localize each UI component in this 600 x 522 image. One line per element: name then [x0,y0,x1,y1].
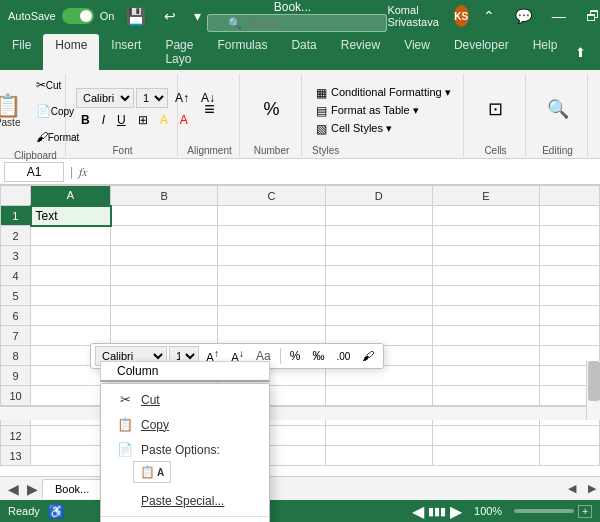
col-header-a[interactable]: A [31,186,111,206]
tab-insert[interactable]: Insert [99,34,153,70]
title-bar-center: Book... [207,0,387,32]
italic-button[interactable]: I [97,110,110,130]
cell-styles-button[interactable]: ▧ Cell Styles ▾ [312,121,455,137]
cm-cut[interactable]: ✂ Cut [101,387,269,412]
copy-cm-icon: 📋 [117,417,133,432]
table-row: 1 Text [1,206,600,226]
font-label: Font [112,145,132,156]
editing-button[interactable]: 🔍 [538,96,578,122]
mini-percent-button[interactable]: % [285,346,306,366]
autosave-toggle[interactable] [62,8,94,24]
cells-icon: ⊡ [488,100,503,118]
row-num-4: 4 [1,266,31,286]
cell-a10[interactable] [31,386,111,406]
formula-input[interactable] [91,165,596,179]
cell-a12[interactable] [31,426,111,446]
comments-ribbon-button[interactable]: 💬 [596,43,600,62]
cell-b1[interactable] [111,206,218,226]
mini-comma-button[interactable]: ‰ [307,346,329,366]
spreadsheet-table: A B C D E 1 Text [0,185,600,466]
page-nav-right[interactable]: ▶ [450,502,462,521]
share-button[interactable]: ⬆ [569,43,592,62]
avatar: KS [454,5,469,27]
tab-developer[interactable]: Developer [442,34,521,70]
cells-button[interactable]: ⊡ [476,96,516,122]
tab-view[interactable]: View [392,34,442,70]
cell-a4[interactable] [31,266,111,286]
sheet-nav-left[interactable]: ◀ [4,481,23,497]
page-nav-left[interactable]: ◀ [412,502,424,521]
col-header-b[interactable]: B [111,186,218,206]
sheet-nav-right[interactable]: ▶ [23,481,42,497]
sheet-tab-book[interactable]: Book... [42,479,102,499]
zoom-in-button[interactable]: + [578,505,592,518]
cell-c1[interactable] [218,206,325,226]
font-family-select[interactable]: Calibri [76,88,134,108]
cell-a2[interactable] [31,226,111,246]
fill-color-button[interactable]: A [155,110,173,130]
vertical-scrollbar[interactable] [586,361,600,420]
alignment-button[interactable]: ≡ [190,96,230,122]
context-menu-header: Column [100,361,270,382]
tab-data[interactable]: Data [279,34,328,70]
tab-page-layout[interactable]: Page Layo [153,34,205,70]
cut-cm-icon: ✂ [117,392,133,407]
column-header-row: A B C D E [1,186,600,206]
ribbon-collapse-button[interactable]: ⌃ [477,6,501,26]
mini-decimal-button[interactable]: .00 [331,346,355,366]
cell-d1[interactable] [325,206,432,226]
tab-review[interactable]: Review [329,34,392,70]
cell-a6[interactable] [31,306,111,326]
col-header-c[interactable]: C [218,186,325,206]
format-as-table-button[interactable]: ▤ Format as Table ▾ [312,103,455,119]
bold-button[interactable]: B [76,110,95,130]
toolbar-sep-1 [280,348,281,364]
conditional-formatting-button[interactable]: ▦ Conditional Formatting ▾ [312,85,455,101]
tab-help[interactable]: Help [521,34,570,70]
row-num-13: 13 [1,446,31,466]
title-bar-right: Komal Srivastava KS ⌃ 💬 — 🗗 ✕ [387,4,600,28]
minimize-button[interactable]: — [546,6,572,26]
accessibility-icon[interactable]: ♿ [48,504,64,519]
underline-button[interactable]: U [112,110,131,130]
name-box[interactable] [4,162,64,182]
mini-paint-button[interactable]: 🖌 [357,346,379,366]
row-num-10: 10 [1,386,31,406]
cell-f1[interactable] [540,206,600,226]
scroll-nav-left[interactable]: ◀ [560,482,584,495]
search-input[interactable] [207,14,387,32]
cm-paste-special-label: Paste Special... [141,494,224,508]
scrollbar-thumb-v[interactable] [588,361,600,401]
save-button[interactable]: 💾 [120,5,152,28]
row-num-3: 3 [1,246,31,266]
alignment-label: Alignment [187,145,231,156]
horizontal-scrollbar[interactable] [0,406,586,420]
zoom-slider[interactable] [514,509,574,513]
cell-a5[interactable] [31,286,111,306]
font-size-select[interactable]: 11 [136,88,168,108]
spreadsheet-container: A B C D E 1 Text [0,185,600,466]
cell-a3[interactable] [31,246,111,266]
more-button[interactable]: ▾ [188,6,207,26]
tab-file[interactable]: File [0,34,43,70]
tab-formulas[interactable]: Formulas [205,34,279,70]
scroll-nav-right[interactable]: ▶ [584,482,600,495]
cm-paste-special[interactable]: Paste Special... [101,489,269,513]
cell-a1[interactable]: Text [31,206,111,226]
row-num-1: 1 [1,206,31,226]
maximize-button[interactable]: 🗗 [580,6,600,26]
cell-a13[interactable] [31,446,111,466]
comments-button[interactable]: 💬 [509,6,538,26]
border-button[interactable]: ⊞ [133,110,153,130]
number-button[interactable]: % [252,96,292,122]
corner-cell [1,186,31,206]
cm-paste-icon-btn[interactable]: 📋 A [133,461,171,483]
col-header-d[interactable]: D [325,186,432,206]
paste-button[interactable]: 📋 Paste [0,91,28,132]
undo-button[interactable]: ↩ [158,6,182,26]
cm-copy[interactable]: 📋 Copy [101,412,269,437]
toggle-knob [80,10,92,22]
col-header-e[interactable]: E [432,186,539,206]
tab-home[interactable]: Home [43,34,99,70]
cell-e1[interactable] [432,206,539,226]
